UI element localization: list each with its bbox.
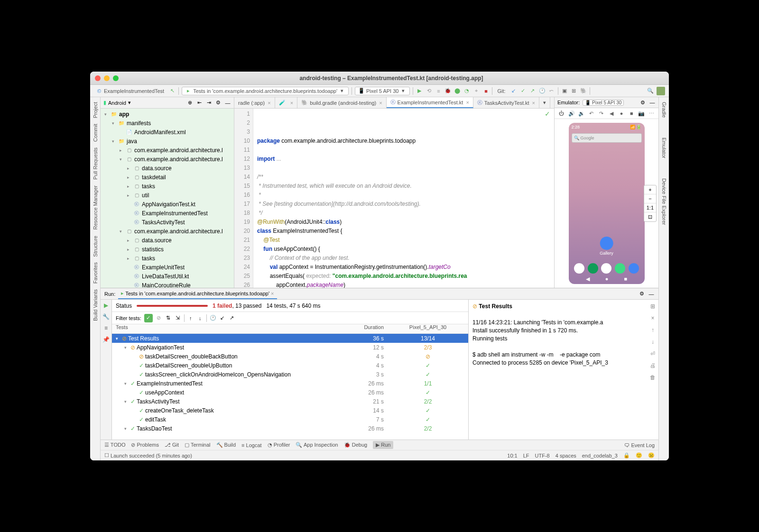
left-tab-structure[interactable]: Structure bbox=[92, 233, 99, 260]
status-icon[interactable]: ☐ bbox=[104, 452, 109, 459]
right-tab-device-file-explorer[interactable]: Device File Explorer bbox=[660, 175, 668, 228]
left-tab-resource-manager[interactable]: Resource Manager bbox=[92, 183, 99, 233]
rotate-right-icon[interactable]: ↷ bbox=[598, 110, 605, 117]
bottom-tab-todo[interactable]: ☰ TODO bbox=[104, 442, 125, 448]
print-icon[interactable]: 🖨 bbox=[650, 362, 656, 370]
tree-row[interactable]: ⓀAppNavigationTest.kt bbox=[101, 200, 234, 209]
stop-icon[interactable]: ■ bbox=[482, 88, 489, 94]
run-icon[interactable]: ▶ bbox=[416, 88, 423, 94]
wrench-icon[interactable]: 🔧 bbox=[102, 313, 110, 321]
breadcrumb[interactable]: © ExampleInstrumentedTest bbox=[94, 87, 166, 95]
maximize-icon[interactable] bbox=[113, 75, 119, 81]
rollback-icon[interactable]: ⤺ bbox=[548, 88, 555, 94]
bottom-tab-app-inspection[interactable]: 🔍 App Inspection bbox=[296, 442, 338, 448]
nav-overview-icon[interactable]: ■ bbox=[624, 276, 627, 282]
overview-icon[interactable]: ■ bbox=[628, 110, 635, 117]
collapse-icon[interactable]: ⇤ bbox=[196, 100, 203, 106]
close-icon[interactable]: × bbox=[651, 314, 654, 322]
code-content[interactable]: ✓ package com.example.android.architectu… bbox=[253, 109, 554, 288]
tree-row[interactable]: ▾📁java bbox=[101, 137, 234, 146]
next-fail-icon[interactable]: ↓ bbox=[197, 315, 204, 321]
back-icon[interactable]: ◀ bbox=[608, 110, 615, 117]
code-editor[interactable]: 1231011121314151617181920212223242526 ✓ … bbox=[234, 109, 554, 288]
tree-row[interactable]: ⓀExampleInstrumentedTest bbox=[101, 209, 234, 218]
status-item[interactable]: 10:1 bbox=[507, 453, 517, 459]
expand-icon[interactable]: ⇥ bbox=[205, 100, 212, 106]
clear-icon[interactable]: 🗑 bbox=[650, 374, 656, 382]
tree-row[interactable]: ▸▢data.source bbox=[101, 236, 234, 245]
target-icon[interactable]: ⊕ bbox=[186, 100, 193, 106]
close-icon[interactable] bbox=[95, 75, 101, 81]
layout-icon[interactable]: ⊞ bbox=[650, 303, 655, 311]
tree-row[interactable]: ▸▢tasks bbox=[101, 182, 234, 191]
editor-tab[interactable]: ⓀExampleInstrumentedTest.kt× bbox=[387, 97, 473, 108]
zoom-fit-button[interactable]: ⊡ bbox=[644, 212, 656, 221]
tree-row[interactable]: ⓀMainCoroutineRule bbox=[101, 281, 234, 288]
tree-row[interactable]: 📄AndroidManifest.xml bbox=[101, 128, 234, 137]
tree-row[interactable]: ▸▢tasks bbox=[101, 254, 234, 263]
test-row[interactable]: ⊘taskDetailScreen_doubleBackButton4 s⊘ bbox=[112, 352, 468, 361]
push-icon[interactable]: ↗ bbox=[529, 88, 536, 94]
test-tree[interactable]: ▾⊘Test Results36 s13/14▾⊘AppNavigationTe… bbox=[112, 334, 468, 440]
bottom-tab-git[interactable]: ⎇ Git bbox=[165, 442, 179, 448]
bottom-tab-profiler[interactable]: ◔ Profiler bbox=[268, 442, 290, 448]
event-log-tab[interactable]: 🗨 Event Log bbox=[624, 442, 655, 448]
bottom-tab-debug[interactable]: 🐞 Debug bbox=[344, 442, 367, 448]
debug-icon[interactable]: 🐞 bbox=[444, 88, 451, 94]
more-icon[interactable]: ⋯ bbox=[648, 110, 655, 117]
zoom-ratio-button[interactable]: 1:1 bbox=[644, 203, 656, 212]
screenshot-icon[interactable]: 📷 bbox=[638, 110, 645, 117]
left-tab-project[interactable]: Project bbox=[92, 99, 99, 121]
tree-row[interactable]: ▸▢taskdetail bbox=[101, 173, 234, 182]
apply-code-icon[interactable]: ≡ bbox=[435, 88, 442, 94]
test-row[interactable]: ▾✓TasksActivityTest21 s2/2 bbox=[112, 397, 468, 406]
editor-tab[interactable]: 🧪× bbox=[275, 97, 297, 108]
open-icon[interactable]: ↗ bbox=[229, 315, 235, 321]
tree-row[interactable]: ⓀLiveDataTestUtil.kt bbox=[101, 272, 234, 281]
soft-wrap-icon[interactable]: ⏎ bbox=[650, 350, 655, 358]
hide-icon[interactable]: — bbox=[224, 100, 231, 106]
show-ignored-toggle[interactable]: ⊘ bbox=[156, 315, 162, 321]
home-search-widget[interactable]: 🔍 Google bbox=[572, 133, 642, 143]
tree-row[interactable]: ▾▢com.example.android.architecture.l bbox=[101, 155, 234, 164]
maps-app-icon[interactable] bbox=[601, 263, 611, 274]
pin-icon[interactable]: 📌 bbox=[102, 336, 110, 343]
tree-row[interactable]: ⓀTasksActivityTest bbox=[101, 218, 234, 227]
history-icon[interactable]: 🕐 bbox=[539, 88, 546, 94]
hide-icon[interactable]: — bbox=[649, 99, 656, 106]
left-tab-build-variants[interactable]: Build Variants bbox=[92, 286, 99, 324]
bottom-tab-logcat[interactable]: ≡ Logcat bbox=[241, 442, 262, 448]
test-row[interactable]: ▾✓ExampleInstrumentedTest26 ms1/1 bbox=[112, 379, 468, 388]
tree-row[interactable]: ▸▢util bbox=[101, 191, 234, 200]
nav-back-icon[interactable]: ◀ bbox=[586, 276, 590, 282]
rotate-left-icon[interactable]: ↶ bbox=[588, 110, 595, 117]
sync-icon[interactable]: 🐘 bbox=[580, 88, 587, 94]
volume-down-icon[interactable]: 🔉 bbox=[578, 110, 585, 117]
test-row[interactable]: ▾⊘Test Results36 s13/14 bbox=[112, 334, 468, 343]
nav-home-icon[interactable]: ● bbox=[605, 276, 609, 282]
test-row[interactable]: ✓editTask7 s✓ bbox=[112, 415, 468, 424]
messages-app-icon[interactable] bbox=[588, 263, 598, 274]
tree-row[interactable]: ▸▢data.source bbox=[101, 164, 234, 173]
close-icon[interactable]: × bbox=[271, 291, 274, 296]
power-icon[interactable]: ⏻ bbox=[558, 110, 565, 117]
avd-icon[interactable]: ▣ bbox=[561, 88, 568, 94]
coverage-icon[interactable]: ⬤ bbox=[454, 88, 461, 94]
left-tab-favorites[interactable]: Favorites bbox=[92, 259, 99, 286]
bottom-tab-build[interactable]: 🔨 Build bbox=[216, 442, 236, 448]
gear-icon[interactable]: ⚙ bbox=[639, 291, 645, 297]
gallery-app-icon[interactable] bbox=[600, 237, 613, 250]
test-row[interactable]: ▾✓TasksDaoTest26 ms2/2 bbox=[112, 424, 468, 433]
lock-icon[interactable]: 🔒 bbox=[623, 452, 630, 459]
left-tab-pull-requests[interactable]: Pull Requests bbox=[92, 145, 99, 183]
tree-row[interactable]: ▾▢com.example.android.architecture.l bbox=[101, 227, 234, 236]
right-tab-emulator[interactable]: Emulator bbox=[660, 135, 668, 161]
left-tab-commit[interactable]: Commit bbox=[92, 121, 99, 145]
scroll-down-icon[interactable]: ↓ bbox=[651, 338, 654, 346]
volume-up-icon[interactable]: 🔊 bbox=[568, 110, 575, 117]
project-view-selector[interactable]: ▮ Android ▾ bbox=[103, 100, 131, 106]
status-item[interactable]: 4 spaces bbox=[555, 453, 576, 459]
update-icon[interactable]: ↙ bbox=[510, 88, 517, 94]
test-row[interactable]: ✓createOneTask_deleteTask14 s✓ bbox=[112, 406, 468, 415]
editor-tab[interactable]: ⓀTasksActivityTest.kt× bbox=[473, 97, 539, 108]
